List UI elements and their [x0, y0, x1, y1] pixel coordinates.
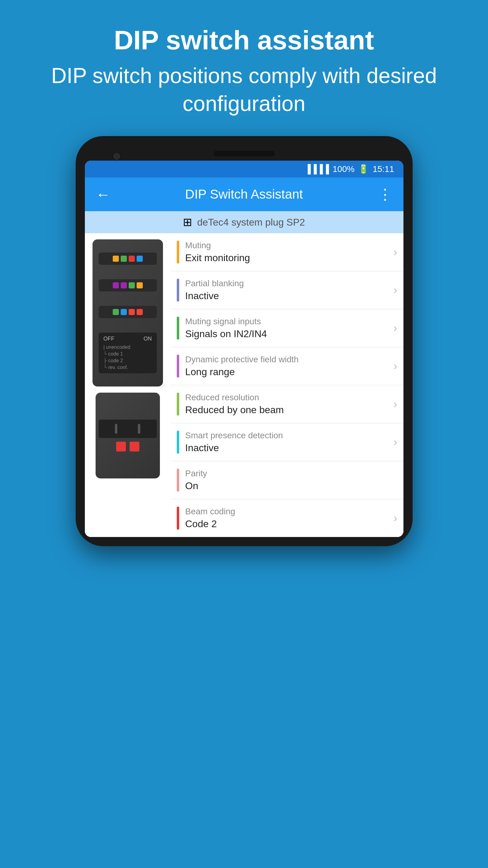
setting-value-smart-presence: Inactive — [185, 442, 391, 454]
setting-color-partial-blanking — [177, 279, 179, 302]
dip-row-3 — [99, 306, 157, 318]
device-label: deTec4 system plug SP2 — [197, 217, 305, 228]
setting-label-partial-blanking: Partial blanking — [185, 279, 391, 288]
setting-text-parity: ParityOn — [185, 469, 397, 492]
settings-list: MutingExit monitoring›Partial blankingIn… — [171, 233, 403, 537]
setting-color-muting — [177, 241, 179, 264]
time-label: 15:11 — [372, 164, 394, 174]
device-images-column: OFFON | unencoded └ code 1 ├ code 2 └ re… — [85, 233, 171, 537]
setting-item-muting-signal[interactable]: Muting signal inputsSignals on IN2/IN4› — [171, 309, 403, 347]
chevron-icon-smart-presence: › — [394, 436, 397, 449]
page-header: DIP switch assistant DIP switch position… — [0, 0, 488, 136]
page-title: DIP switch assistant — [25, 25, 463, 56]
setting-item-parity: ParityOn — [171, 461, 403, 499]
chevron-icon-partial-blanking: › — [394, 284, 397, 297]
dip-row-2 — [99, 279, 157, 291]
setting-text-partial-blanking: Partial blankingInactive — [185, 279, 391, 302]
setting-value-parity: On — [185, 480, 397, 492]
setting-text-muting: MutingExit monitoring — [185, 241, 391, 264]
setting-label-reduced-resolution: Reduced resolution — [185, 393, 391, 402]
setting-text-dynamic-field: Dynamic protective field widthLong range — [185, 354, 391, 378]
setting-value-beam-coding: Code 2 — [185, 518, 391, 530]
setting-label-dynamic-field: Dynamic protective field width — [185, 354, 391, 365]
setting-value-muting-signal: Signals on IN2/IN4 — [185, 328, 391, 340]
setting-value-muting: Exit monitoring — [185, 252, 391, 264]
led-2 — [130, 442, 139, 452]
battery-label: 100% — [333, 164, 355, 174]
setting-label-beam-coding: Beam coding — [185, 507, 391, 517]
app-bar: ← DIP Switch Assistant ⋮ — [85, 178, 403, 211]
setting-label-muting: Muting — [185, 241, 391, 250]
setting-value-dynamic-field: Long range — [185, 366, 391, 378]
led-1 — [116, 442, 126, 452]
phone-mockup: ▐▐▐▐ 100% 🔋 15:11 ← DIP Switch Assistant… — [76, 136, 413, 546]
setting-value-partial-blanking: Inactive — [185, 290, 391, 302]
setting-color-beam-coding — [177, 507, 179, 530]
chevron-icon-beam-coding: › — [394, 512, 397, 525]
device-image-top: OFFON | unencoded └ code 1 ├ code 2 └ re… — [93, 239, 163, 386]
setting-color-reduced-resolution — [177, 393, 179, 415]
phone-camera — [112, 152, 121, 161]
setting-label-parity: Parity — [185, 469, 397, 478]
chevron-icon-reduced-resolution: › — [394, 398, 397, 411]
device-image-bottom — [96, 393, 160, 478]
device-bottom-bar — [99, 420, 157, 438]
phone-screen: ▐▐▐▐ 100% 🔋 15:11 ← DIP Switch Assistant… — [85, 161, 403, 537]
setting-value-reduced-resolution: Reduced by one beam — [185, 404, 391, 415]
setting-color-muting-signal — [177, 317, 179, 340]
chevron-icon-muting: › — [394, 246, 397, 259]
setting-item-dynamic-field[interactable]: Dynamic protective field widthLong range… — [171, 347, 403, 385]
setting-item-smart-presence[interactable]: Smart presence detectionInactive› — [171, 423, 403, 461]
setting-item-beam-coding[interactable]: Beam codingCode 2› — [171, 499, 403, 537]
dip-switch-selector: OFFON | unencoded └ code 1 ├ code 2 └ re… — [99, 333, 157, 373]
setting-item-reduced-resolution[interactable]: Reduced resolutionReduced by one beam› — [171, 385, 403, 423]
setting-color-parity — [177, 469, 179, 492]
chevron-icon-dynamic-field: › — [394, 360, 397, 373]
back-button[interactable]: ← — [94, 186, 112, 203]
status-bar: ▐▐▐▐ 100% 🔋 15:11 — [85, 161, 403, 178]
menu-button[interactable]: ⋮ — [376, 186, 394, 203]
setting-color-dynamic-field — [177, 354, 179, 378]
app-bar-title: DIP Switch Assistant — [122, 187, 367, 202]
dip-row-1 — [99, 253, 157, 265]
chevron-icon-muting-signal: › — [394, 322, 397, 335]
phone-speaker — [214, 151, 275, 156]
setting-item-partial-blanking[interactable]: Partial blankingInactive› — [171, 271, 403, 309]
screen-content: OFFON | unencoded └ code 1 ├ code 2 └ re… — [85, 233, 403, 537]
setting-label-muting-signal: Muting signal inputs — [185, 317, 391, 327]
battery-icon: 🔋 — [358, 164, 369, 174]
setting-text-beam-coding: Beam codingCode 2 — [185, 507, 391, 530]
setting-label-smart-presence: Smart presence detection — [185, 431, 391, 440]
phone-top — [85, 145, 403, 161]
device-icon: ⊞ — [183, 216, 192, 229]
setting-color-smart-presence — [177, 431, 179, 454]
signal-icon: ▐▐▐▐ — [304, 164, 329, 174]
bottom-leds — [116, 442, 139, 452]
setting-item-muting[interactable]: MutingExit monitoring› — [171, 233, 403, 271]
setting-text-muting-signal: Muting signal inputsSignals on IN2/IN4 — [185, 317, 391, 340]
page-subtitle: DIP switch positions comply with desired… — [25, 62, 463, 118]
setting-text-reduced-resolution: Reduced resolutionReduced by one beam — [185, 393, 391, 415]
setting-text-smart-presence: Smart presence detectionInactive — [185, 431, 391, 454]
device-bar: ⊞ deTec4 system plug SP2 — [85, 211, 403, 233]
